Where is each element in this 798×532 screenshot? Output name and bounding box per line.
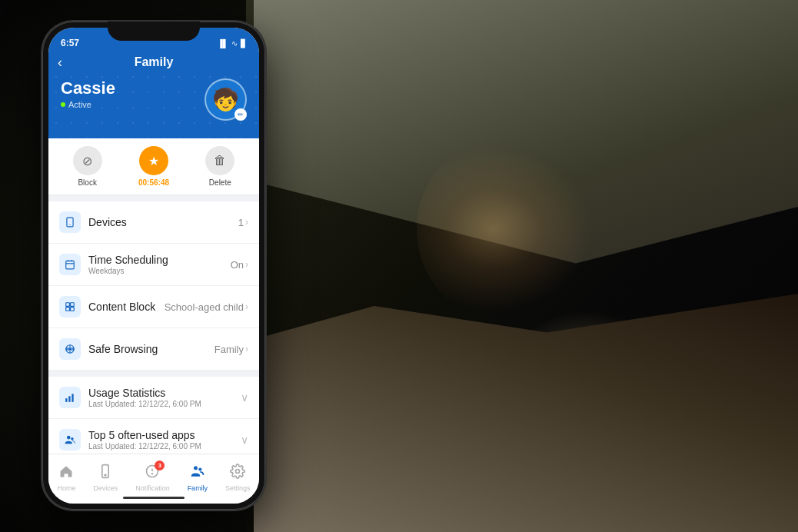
battery-icon: ▊ xyxy=(241,39,247,48)
safe-browsing-value: Family › xyxy=(214,344,248,355)
block-action[interactable]: ⊘ Block xyxy=(73,146,102,187)
content-block-content: Content Block xyxy=(88,301,165,313)
svg-rect-7 xyxy=(71,303,75,307)
nav-item-devices[interactable]: Devices xyxy=(93,464,118,492)
expand-section: Usage Statistics Last Updated: 12/12/22,… xyxy=(48,377,259,461)
usage-stats-title: Usage Statistics xyxy=(88,387,241,399)
devices-chevron: › xyxy=(245,217,248,228)
top-apps-content: Top 5 often-used apps Last Updated: 12/1… xyxy=(88,429,241,451)
timer-icon: ★ xyxy=(139,146,168,175)
menu-item-safe-browsing[interactable]: Safe Browsing Family › xyxy=(48,328,259,371)
svg-rect-14 xyxy=(71,394,73,402)
menu-item-devices[interactable]: Devices 1 › xyxy=(48,201,259,244)
content-block-title: Content Block xyxy=(88,301,165,313)
time-scheduling-content: Time Scheduling Weekdays xyxy=(88,254,231,275)
top-apps-icon xyxy=(59,429,81,451)
time-scheduling-icon xyxy=(59,254,81,275)
time-scheduling-title: Time Scheduling xyxy=(88,254,231,266)
phone-mockup: 6:57 ▐▌ ∿ ▊ ‹ Family Cassie xyxy=(42,22,265,510)
avatar[interactable]: 🧒 ✏ xyxy=(204,78,247,121)
avatar-face-icon: 🧒 xyxy=(212,87,239,112)
delete-action[interactable]: 🗑 Delete xyxy=(205,146,234,187)
svg-rect-13 xyxy=(68,396,70,402)
notification-nav-label: Notification xyxy=(135,484,170,492)
devices-nav-label: Devices xyxy=(93,484,118,492)
menu-section: Devices 1 › Time Scheduling Weekdays xyxy=(48,201,259,371)
notification-nav-icon: 3 xyxy=(145,464,160,483)
content-block-value: School-aged child › xyxy=(165,301,248,313)
content-block-chevron: › xyxy=(245,301,248,312)
svg-rect-2 xyxy=(66,261,75,269)
profile-section: Cassie Active 🧒 ✏ xyxy=(48,69,259,138)
block-icon: ⊘ xyxy=(73,146,102,175)
safe-browsing-icon xyxy=(59,338,81,360)
timer-value: 00:56:48 xyxy=(138,178,169,187)
svg-rect-0 xyxy=(67,218,73,227)
home-nav-label: Home xyxy=(57,484,75,492)
svg-rect-9 xyxy=(71,308,75,311)
phone-screen: 6:57 ▐▌ ∿ ▊ ‹ Family Cassie xyxy=(48,28,259,504)
notification-badge: 3 xyxy=(155,461,165,470)
safe-browsing-chevron: › xyxy=(245,344,248,354)
phone-notch xyxy=(108,22,200,41)
home-indicator xyxy=(123,497,185,499)
back-button[interactable]: ‹ xyxy=(58,55,62,71)
status-time: 6:57 xyxy=(61,38,79,48)
family-nav-icon xyxy=(190,464,205,483)
safe-browsing-title: Safe Browsing xyxy=(88,343,214,355)
wifi-icon: ∿ xyxy=(231,39,238,48)
menu-item-content-block[interactable]: Content Block School-aged child › xyxy=(48,286,259,328)
menu-item-usage-stats[interactable]: Usage Statistics Last Updated: 12/12/22,… xyxy=(48,377,259,419)
svg-point-18 xyxy=(105,474,106,476)
family-nav-label: Family xyxy=(188,484,208,492)
menu-item-time-scheduling[interactable]: Time Scheduling Weekdays On › xyxy=(48,244,259,286)
svg-point-24 xyxy=(236,469,240,473)
svg-point-21 xyxy=(152,473,153,474)
block-label: Block xyxy=(78,178,96,187)
devices-icon xyxy=(59,211,81,233)
devices-title: Devices xyxy=(88,216,238,228)
scene-overlay xyxy=(254,0,798,532)
svg-point-23 xyxy=(198,467,201,470)
top-apps-expand-icon: ∨ xyxy=(241,434,248,446)
usage-stats-subtitle: Last Updated: 12/12/22, 6:00 PM xyxy=(88,400,241,408)
usage-stats-content: Usage Statistics Last Updated: 12/12/22,… xyxy=(88,387,241,408)
header-title: Family xyxy=(135,55,174,69)
svg-point-22 xyxy=(194,466,198,470)
phone-frame: 6:57 ▐▌ ∿ ▊ ‹ Family Cassie xyxy=(42,22,265,510)
top-apps-title: Top 5 often-used apps xyxy=(88,429,241,441)
status-icons: ▐▌ ∿ ▊ xyxy=(218,39,247,48)
svg-point-16 xyxy=(71,437,74,441)
action-buttons-row: ⊘ Block ★ 00:56:48 🗑 Delete xyxy=(48,138,259,195)
svg-rect-6 xyxy=(66,303,70,307)
usage-stats-icon xyxy=(59,387,81,408)
signal-icon: ▐▌ xyxy=(218,39,228,48)
safe-browsing-content: Safe Browsing xyxy=(88,343,214,355)
svg-rect-12 xyxy=(65,398,67,402)
svg-point-1 xyxy=(69,224,70,225)
nav-item-home[interactable]: Home xyxy=(57,464,75,492)
devices-nav-icon xyxy=(98,464,113,483)
face-glow xyxy=(417,133,609,325)
svg-rect-8 xyxy=(66,308,70,311)
nav-item-settings[interactable]: Settings xyxy=(225,464,251,492)
svg-point-15 xyxy=(67,436,71,440)
devices-value: 1 › xyxy=(238,217,248,228)
settings-nav-label: Settings xyxy=(225,484,251,492)
devices-content: Devices xyxy=(88,216,238,228)
app-header: ‹ Family xyxy=(48,51,259,69)
home-nav-icon xyxy=(58,464,74,483)
delete-icon: 🗑 xyxy=(205,146,234,175)
time-scheduling-value: On › xyxy=(231,259,248,271)
top-apps-subtitle: Last Updated: 12/12/22, 6:00 PM xyxy=(88,442,241,451)
nav-item-family[interactable]: Family xyxy=(188,464,208,492)
settings-nav-icon xyxy=(230,464,245,483)
avatar-edit-badge: ✏ xyxy=(234,108,247,121)
usage-stats-expand-icon: ∨ xyxy=(241,391,248,404)
time-scheduling-subtitle: Weekdays xyxy=(88,267,231,275)
time-scheduling-chevron: › xyxy=(245,259,248,270)
content-block-icon xyxy=(59,296,81,318)
timer-action[interactable]: ★ 00:56:48 xyxy=(138,146,169,187)
nav-item-notification[interactable]: 3 Notification xyxy=(135,464,170,492)
delete-label: Delete xyxy=(209,178,231,187)
